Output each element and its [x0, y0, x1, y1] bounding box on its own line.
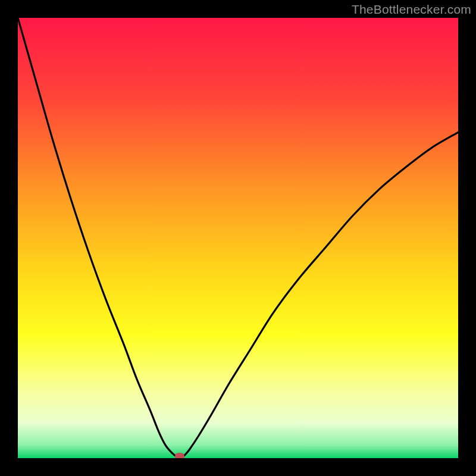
chart-frame: TheBottlenecker.com: [0, 0, 476, 476]
watermark-text: TheBottlenecker.com: [352, 2, 471, 17]
optimal-point-marker: [175, 453, 184, 458]
bottleneck-curve: [18, 18, 458, 458]
plot-area: [18, 18, 458, 458]
